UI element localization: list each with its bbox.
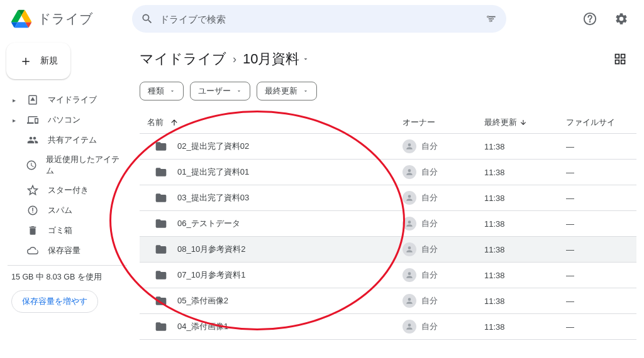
filter-chip[interactable]: 種類 xyxy=(140,82,184,100)
filter-bar: 種類ユーザー最終更新 xyxy=(140,82,644,100)
spam-icon xyxy=(26,204,39,217)
folder-icon xyxy=(155,166,167,178)
app-title: ドライブ xyxy=(38,10,93,28)
cell-name: 08_10月参考資料2 xyxy=(147,243,402,256)
table-row[interactable]: 03_提出完了資料03 自分 11:38 — xyxy=(140,185,636,211)
svg-point-13 xyxy=(408,195,411,198)
folder-icon xyxy=(155,269,167,281)
svg-point-2 xyxy=(489,20,491,22)
svg-point-17 xyxy=(408,298,411,301)
sidebar-item-label: 共有アイテム xyxy=(48,134,97,146)
svg-rect-8 xyxy=(621,55,625,58)
cell-modified: 11:38 xyxy=(484,245,566,254)
table-row[interactable]: 07_10月参考資料1 自分 11:38 — xyxy=(140,263,636,288)
svg-point-15 xyxy=(408,246,411,249)
folder-icon xyxy=(155,140,167,153)
folder-icon xyxy=(155,192,167,204)
sidebar-item-label: 保存容量 xyxy=(48,245,80,256)
cell-modified: 11:38 xyxy=(484,219,566,229)
chevron-right-icon: › xyxy=(233,53,236,66)
sidebar-item-label: パソコン xyxy=(48,114,80,126)
cell-size: — xyxy=(566,193,629,203)
search-options-icon[interactable] xyxy=(485,13,497,25)
sidebar-item-label: マイドライブ xyxy=(48,94,97,106)
star-icon xyxy=(26,184,39,197)
cell-owner: 自分 xyxy=(402,294,484,308)
svg-rect-10 xyxy=(621,60,625,64)
sidebar-item-spam[interactable]: スパム xyxy=(8,201,127,220)
svg-point-1 xyxy=(491,18,493,20)
header-modified[interactable]: 最終更新 xyxy=(484,117,566,128)
svg-point-0 xyxy=(487,16,489,18)
sidebar-item-cloud[interactable]: 保存容量 xyxy=(8,241,127,260)
cell-name: 04_添付画像1 xyxy=(147,320,402,333)
devices-icon xyxy=(26,114,39,126)
cell-owner: 自分 xyxy=(402,268,484,282)
cell-owner: 自分 xyxy=(402,165,484,179)
settings-button[interactable] xyxy=(609,6,634,31)
sidebar-item-people[interactable]: 共有アイテム xyxy=(8,131,127,149)
cell-modified: 11:38 xyxy=(484,168,566,177)
cell-owner: 自分 xyxy=(402,320,484,334)
cell-owner: 自分 xyxy=(402,191,484,205)
sidebar-item-devices[interactable]: ▸ パソコン xyxy=(8,111,127,129)
filter-chip[interactable]: 最終更新 xyxy=(257,82,317,100)
cell-modified: 11:38 xyxy=(484,193,566,203)
cell-name: 05_添付画像2 xyxy=(147,295,402,307)
search-input[interactable] xyxy=(160,14,485,24)
sidebar-divider xyxy=(8,265,127,266)
cell-size: — xyxy=(566,322,629,332)
file-table: 名前 オーナー 最終更新 ファイルサイ 02_提出完了資料02 自分 11:38… xyxy=(140,112,644,340)
people-icon xyxy=(26,134,39,146)
plus-icon: ＋ xyxy=(19,52,33,70)
svg-rect-7 xyxy=(616,55,619,58)
breadcrumb: マイドライブ › 10月資料 xyxy=(140,46,644,72)
expand-icon: ▸ xyxy=(10,117,18,124)
sidebar: ＋ 新規 ▸ マイドライブ ▸ パソコン 共有アイテム 最近使用したアイテム ス… xyxy=(0,38,132,358)
buy-storage-button[interactable]: 保存容量を増やす xyxy=(11,290,98,313)
gear-icon xyxy=(614,12,628,26)
svg-point-6 xyxy=(32,212,33,213)
table-row[interactable]: 04_添付画像1 自分 11:38 — xyxy=(140,314,636,340)
cell-name: 03_提出完了資料03 xyxy=(147,192,402,204)
cell-size: — xyxy=(566,219,629,229)
header-name[interactable]: 名前 xyxy=(147,117,402,128)
cell-size: — xyxy=(566,142,629,151)
table-row[interactable]: 06_テストデータ 自分 11:38 — xyxy=(140,211,636,237)
app-header: ドライブ xyxy=(0,0,644,38)
header-size[interactable]: ファイルサイ xyxy=(566,117,629,128)
logo-area[interactable]: ドライブ xyxy=(8,9,132,29)
avatar-icon xyxy=(402,294,416,308)
cell-size: — xyxy=(566,271,629,280)
filter-chip[interactable]: ユーザー xyxy=(190,82,250,100)
avatar-icon xyxy=(402,165,416,179)
header-owner[interactable]: オーナー xyxy=(402,117,484,128)
dropdown-caret-icon xyxy=(236,88,242,94)
svg-point-4 xyxy=(590,21,591,22)
sidebar-item-trash[interactable]: ゴミ箱 xyxy=(8,221,127,240)
sidebar-item-clock[interactable]: 最近使用したアイテム xyxy=(8,151,127,180)
clock-icon xyxy=(26,159,37,171)
expand-icon: ▸ xyxy=(10,97,18,104)
sidebar-item-label: スター付き xyxy=(48,185,89,196)
breadcrumb-parent[interactable]: マイドライブ xyxy=(140,50,226,68)
table-row[interactable]: 05_添付画像2 自分 11:38 — xyxy=(140,288,636,314)
sidebar-item-star[interactable]: スター付き xyxy=(8,181,127,200)
search-bar[interactable] xyxy=(132,5,506,33)
cell-name: 07_10月参考資料1 xyxy=(147,269,402,281)
cell-size: — xyxy=(566,168,629,177)
new-button[interactable]: ＋ 新規 xyxy=(6,43,70,79)
cell-name: 02_提出完了資料02 xyxy=(147,140,402,153)
sidebar-item-drive[interactable]: ▸ マイドライブ xyxy=(8,90,127,109)
table-row[interactable]: 01_提出完了資料01 自分 11:38 — xyxy=(140,160,636,185)
table-row[interactable]: 08_10月参考資料2 自分 11:38 — xyxy=(140,237,636,263)
breadcrumb-current[interactable]: 10月資料 xyxy=(243,50,309,68)
new-button-label: 新規 xyxy=(40,55,58,67)
help-button[interactable] xyxy=(577,6,602,31)
search-icon xyxy=(141,13,153,25)
cell-modified: 11:38 xyxy=(484,142,566,151)
grid-view-button[interactable] xyxy=(608,46,633,72)
storage-usage-text: 15 GB 中 8.03 GB を使用 xyxy=(8,272,127,290)
trash-icon xyxy=(26,224,39,237)
table-row[interactable]: 02_提出完了資料02 自分 11:38 — xyxy=(140,134,636,160)
